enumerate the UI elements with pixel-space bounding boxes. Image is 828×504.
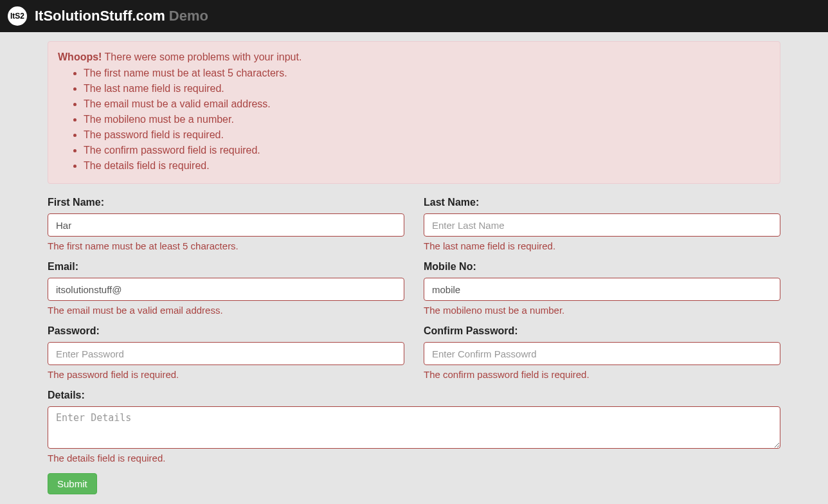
submit-button[interactable]: Submit: [48, 473, 97, 494]
password-group: Password: The password field is required…: [48, 325, 404, 380]
brand-name: ItSolutionStuff.com: [35, 8, 165, 24]
alert-error-item: The last name field is required.: [84, 81, 770, 96]
confirm-password-error: The confirm password field is required.: [424, 369, 780, 380]
alert-error-item: The confirm password field is required.: [84, 143, 770, 158]
alert-error-item: The mobileno must be a number.: [84, 112, 770, 127]
alert-error-item: The email must be a valid email address.: [84, 96, 770, 112]
last-name-label: Last Name:: [424, 197, 780, 208]
last-name-group: Last Name: The last name field is requir…: [424, 197, 780, 251]
password-input[interactable]: [48, 342, 404, 365]
details-textarea[interactable]: [48, 406, 780, 449]
alert-message: There were some problems with your input…: [105, 51, 302, 62]
last-name-error: The last name field is required.: [424, 240, 780, 251]
alert-error-item: The first name must be at least 5 charac…: [84, 66, 770, 81]
details-error: The details field is required.: [48, 453, 780, 464]
navbar: ItS2 ItSolutionStuff.com Demo: [0, 0, 828, 32]
email-label: Email:: [48, 261, 404, 273]
details-label: Details:: [48, 390, 780, 401]
first-name-group: First Name: The first name must be at le…: [48, 197, 404, 251]
password-label: Password:: [48, 325, 404, 337]
email-error: The email must be a valid email address.: [48, 305, 404, 316]
mobile-no-error: The mobileno must be a number.: [424, 305, 780, 316]
first-name-label: First Name:: [48, 197, 404, 208]
error-alert: Whoops! There were some problems with yo…: [48, 41, 780, 184]
first-name-error: The first name must be at least 5 charac…: [48, 240, 404, 251]
alert-error-item: The details field is required.: [84, 158, 770, 174]
mobile-no-label: Mobile No:: [424, 261, 780, 273]
alert-title: Whoops!: [58, 51, 102, 62]
details-group: Details: The details field is required.: [48, 390, 780, 464]
brand-extra: Demo: [169, 8, 208, 24]
confirm-password-input[interactable]: [424, 342, 780, 365]
confirm-password-label: Confirm Password:: [424, 325, 780, 337]
email-group: Email: The email must be a valid email a…: [48, 261, 404, 316]
email-input[interactable]: [48, 278, 404, 301]
brand-logo: ItS2: [8, 6, 27, 26]
password-error: The password field is required.: [48, 369, 404, 380]
last-name-input[interactable]: [424, 213, 780, 237]
first-name-input[interactable]: [48, 213, 404, 237]
mobile-no-group: Mobile No: The mobileno must be a number…: [424, 261, 780, 316]
confirm-password-group: Confirm Password: The confirm password f…: [424, 325, 780, 380]
alert-error-item: The password field is required.: [84, 127, 770, 143]
alert-error-list: The first name must be at least 5 charac…: [84, 66, 770, 174]
mobile-no-input[interactable]: [424, 278, 780, 301]
